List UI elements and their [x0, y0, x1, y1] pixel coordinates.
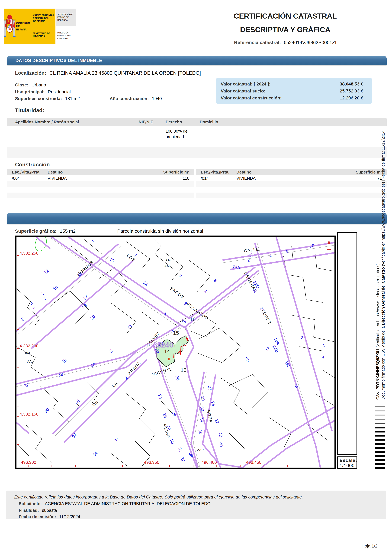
cell-esc: /00/ — [7, 176, 48, 181]
cell-nif — [139, 126, 166, 147]
house-number: 26 — [175, 375, 181, 381]
spain-coat-of-arms-icon — [4, 12, 15, 41]
clase-label: Clase: — [15, 82, 28, 87]
house-number: 2 — [266, 346, 270, 351]
col-esc: Esc./Plta./Prta. — [7, 170, 48, 175]
house-number: 47 — [113, 436, 120, 443]
superficie-construida-value: 181 m2 — [65, 96, 80, 101]
valor-catastral-box: Valor catastral: [ 2024 ]: 38.048,53 € V… — [216, 78, 372, 104]
localizacion-row: Localización: CL REINA AMALIA 23 45800 Q… — [15, 70, 201, 76]
building-lines — [229, 246, 335, 448]
section-bar-datos: DATOS DESCRIPTIVOS DEL INMUEBLE — [7, 56, 387, 65]
house-number: 26 — [162, 412, 168, 418]
gobierno-line2: DE ESPAÑA — [16, 25, 31, 31]
block-number: 65240 — [153, 341, 173, 349]
escala-box: Escala: 1/1000 — [337, 456, 357, 469]
gobierno-line1: GOBIERNO — [16, 22, 31, 25]
valor-suelo-value: 25.752,33 € — [340, 87, 363, 94]
valor-construccion-label: Valor catastral construcción: — [221, 94, 281, 101]
referencia-value: 6524014VJ9862S0001ZI — [284, 40, 336, 45]
house-number: 12 — [43, 268, 50, 275]
parcel-number: 14 — [164, 348, 170, 354]
titularidad-header-row: Apellidos Nombre / Razón social NIF/NIE … — [7, 118, 387, 126]
ministerio-label: MINISTERIO DE HACIENDA — [31, 23, 56, 38]
map-legend-content: Límite de manzana Límite de parcela Hidr… — [337, 234, 339, 454]
house-number: 30 — [200, 396, 206, 401]
cell-esc: /01/ — [196, 176, 236, 181]
vicepresidencia-label: VICEPRESIDENCIA PRIMERA DEL GOBIERNO — [31, 8, 56, 23]
construccion-row-empty — [196, 198, 387, 204]
fecha-emision-row: Fecha de emisión: 11/12/2024 — [19, 514, 80, 519]
house-number: 92 — [71, 432, 78, 439]
house-number: 10 — [309, 243, 315, 249]
house-number: 34 — [199, 417, 204, 423]
titularidad-table: Apellidos Nombre / Razón social NIF/NIE … — [7, 118, 387, 158]
section-bar-parcela — [7, 213, 387, 224]
referencia-label: Referencia catastral: — [234, 40, 281, 45]
house-number: 15 — [61, 358, 68, 364]
house-number: 2 — [40, 291, 45, 296]
escala-label: Escala: — [340, 458, 357, 463]
section-title-datos: DATOS DESCRIPTIVOS DEL INMUEBLE — [15, 58, 102, 63]
cell-nombre — [7, 126, 139, 147]
valor-label: Valor catastral: — [221, 81, 252, 86]
aux-label: AAP — [197, 448, 204, 452]
house-number: 5 — [20, 317, 25, 322]
construccion-row-empty — [7, 193, 194, 198]
house-number: 24B — [272, 345, 279, 353]
fecha-emision-value: 11/12/2024 — [59, 514, 80, 519]
house-number: 6 — [213, 278, 218, 283]
construccion-heading: Construcción — [15, 161, 50, 168]
street-limit-lines — [255, 237, 332, 468]
construccion-row-empty — [7, 181, 194, 187]
construccion-row-empty — [196, 193, 387, 198]
street-name: SACOS — [169, 286, 185, 300]
cadastral-map: HORNOSLOSSACOSVILLAREJOCALLEGENERALLÓPEZ… — [15, 236, 336, 469]
utm-coordinate: 4.382.150 — [20, 412, 39, 417]
signature-note: Documento firmado con CSV y sello de la … — [381, 130, 385, 400]
anio-value: 1940 — [152, 96, 162, 101]
utm-coords-note: 496.450 Coordenadas U.T.M. Huso 30 ETRS8… — [337, 387, 338, 454]
legend-row-3: 496.450 Coordenadas U.T.M. Huso 30 ETRS8… — [337, 234, 338, 454]
solicitante-row: Solicitante: AGENCIA ESTATAL DE ADMINIST… — [19, 501, 210, 506]
footer-box: Este certificado refleja los datos incor… — [6, 490, 386, 519]
document-title: CERTIFICACIÓN CATASTRAL DESCRIPTIVA Y GR… — [201, 9, 369, 45]
cadastral-certificate-page: GOBIERNO DE ESPAÑA VICEPRESIDENCIA PRIME… — [0, 0, 392, 554]
fecha-emision-label: Fecha de emisión: — [19, 514, 56, 519]
titularidad-filler — [7, 147, 387, 158]
signature-note-pre: Documento firmado con CSV y sello de la — [381, 325, 385, 400]
solicitante-value: AGENCIA ESTATAL DE ADMINISTRACION TRIBUT… — [45, 501, 210, 506]
aux-label: AAL — [27, 360, 33, 363]
cell-destino: VIVIENDA — [48, 176, 156, 181]
title-line2: DESCRIPTIVA Y GRÁFICA — [201, 23, 369, 36]
ministry-block: VICEPRESIDENCIA PRIMERA DEL GOBIERNO MIN… — [31, 8, 56, 44]
superficie-grafica-row: Superficie gráfica: 155 m2 — [15, 228, 76, 234]
house-number: 13 — [108, 348, 114, 354]
house-number: 16 — [52, 285, 59, 291]
titularidad-row: 100,00% de propiedad — [7, 126, 387, 147]
secretaria-label: SECRETARÍA DE ESTADO DE HACIENDA — [56, 8, 76, 26]
aux-label: AAL — [164, 264, 171, 268]
superficie-grafica-value: 155 m2 — [60, 228, 76, 234]
aux-label: AAL — [165, 258, 172, 262]
referencia-catastral: Referencia catastral: 6524014VJ9862S0001… — [201, 40, 369, 45]
col-destino: Destino — [48, 170, 156, 175]
street-name: DE — [91, 399, 99, 407]
house-number: 19A — [273, 337, 281, 345]
construction-mark: I — [187, 337, 188, 341]
house-number: 32 — [180, 457, 186, 463]
valor-year: [ 2024 ]: — [254, 81, 271, 86]
house-number: 4 — [269, 253, 272, 258]
clase-row: Clase: Urbano — [15, 82, 46, 87]
parcel-number: 16 — [190, 317, 196, 322]
localizacion-value: CL REINA AMALIA 23 45800 QUINTANAR DE LA… — [49, 70, 201, 76]
csv-post: (verificable en https://www.sedecatastro… — [376, 263, 380, 349]
utm-coordinate: 496.300 — [21, 460, 36, 465]
house-number: 10 — [109, 257, 115, 263]
street-name: LA — [111, 381, 118, 388]
house-number: 22 — [248, 252, 254, 258]
construction-mark: I — [183, 343, 184, 347]
finalidad-label: Finalidad: — [19, 508, 39, 513]
footer-disclaimer: Este certificado refleja los datos incor… — [14, 495, 303, 500]
electronic-doc-note: Este documento electrónico contiene anex… — [337, 232, 338, 375]
